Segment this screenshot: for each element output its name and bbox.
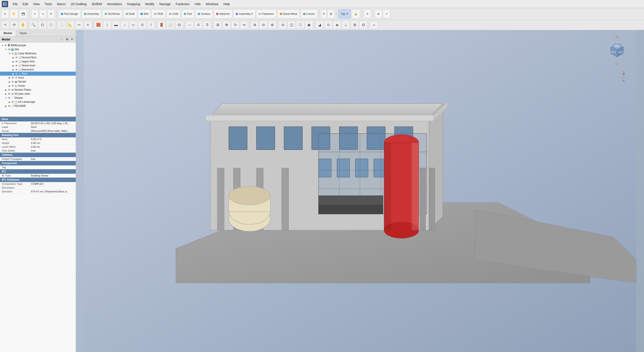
snap-btn[interactable]: ⊕ [375, 9, 382, 18]
section-btn[interactable]: ⊘ [279, 21, 287, 29]
refresh-btn[interactable]: ⟳ [48, 9, 54, 18]
measure-btn[interactable]: 📐 [66, 21, 74, 29]
stair-btn[interactable]: ≣ [138, 21, 146, 29]
extra-tools-btn[interactable]: » [370, 21, 378, 29]
prop-section-component[interactable]: Component [0, 161, 76, 165]
tree-visibility-icon[interactable]: 👁 [11, 84, 14, 87]
prop-value[interactable]: 0.00 m^2 [31, 138, 74, 141]
3dview-btn[interactable]: ⬡ [296, 21, 304, 29]
menu-item-file[interactable]: File [10, 1, 20, 7]
tree-visibility-icon[interactable]: 👁 [15, 64, 18, 67]
menu-item-modify[interactable]: Modify [143, 1, 156, 7]
tree-item-readme[interactable]: ▶👁📝README [0, 104, 76, 108]
window-btn[interactable]: ⬜ [166, 21, 174, 29]
mirror-btn[interactable]: ⇔ [240, 21, 248, 29]
menu-item-fasteners[interactable]: Fasteners [174, 1, 192, 7]
tree-item-site[interactable]: ▼👁🌍Site [0, 47, 76, 51]
prop-section-children[interactable]: Children [0, 153, 76, 157]
3d-viewport[interactable]: TOP RIGHT FRONT [76, 30, 644, 352]
roof-btn[interactable]: ⌂ [121, 21, 129, 29]
prop-section-base[interactable]: Base [0, 117, 76, 121]
tree-item-terrain[interactable]: ▶👁▧Terrain [0, 80, 76, 84]
wb-btn-surface[interactable]: Surface [195, 9, 212, 18]
open-btn[interactable]: 📂 [10, 9, 18, 18]
prop-section-ifc-attributes[interactable]: IFC Attributes [0, 178, 76, 182]
text-btn[interactable]: A [194, 21, 202, 29]
nav-cube-svg[interactable]: TOP RIGHT FRONT [605, 41, 630, 61]
snap-center-btn[interactable]: ⊙ [324, 21, 332, 29]
menu-item-view[interactable]: View [31, 1, 42, 7]
intersect-btn[interactable]: ⊗ [268, 21, 276, 29]
prop-value[interactable] [31, 186, 74, 189]
pipe-btn[interactable]: ⊏ [130, 21, 138, 29]
panel-icon-expand[interactable]: ⧉ [65, 37, 69, 41]
menu-item-windows[interactable]: Windows [203, 1, 221, 7]
door-btn[interactable]: 🚪 [158, 21, 166, 29]
tree-item-upper-floor[interactable]: ▶👁⬜Upper floor [0, 59, 76, 63]
wb-btn-techdraw[interactable]: TechDraw [102, 9, 122, 18]
tree-visibility-icon[interactable]: 👁 [15, 68, 18, 71]
wb-btn-curves[interactable]: Curves [301, 9, 317, 18]
ifc-export-btn[interactable]: ◉ [305, 21, 313, 29]
wb-btn-bim[interactable]: BIM [138, 9, 151, 18]
menu-item-3d-bim[interactable]: 3D/BIM [89, 1, 104, 7]
subtract-btn[interactable]: ⊖ [259, 21, 268, 29]
lock-btn[interactable]: 🔒 [352, 9, 360, 18]
panel-icon-square[interactable]: □ [60, 37, 64, 41]
tree-visibility-icon[interactable]: 👁 [15, 72, 18, 75]
wb-btn-assembly[interactable]: Assembly [82, 9, 101, 18]
prop-section-ifc[interactable]: IFC [0, 169, 76, 174]
array-btn[interactable]: ⊞ [214, 21, 222, 29]
prop-value[interactable]: true [31, 149, 74, 152]
menu-item-tools[interactable]: Tools [42, 1, 54, 7]
crosshair-btn[interactable]: ✛ [364, 9, 371, 18]
prop-value[interactable]: 674.97 cm (.Placement.Base.z) [31, 190, 74, 193]
tree-visibility-icon[interactable]: 👁 [11, 80, 14, 83]
prop-value[interactable]: true [31, 158, 74, 160]
plan-btn[interactable]: ◫ [288, 21, 296, 29]
prop-value[interactable]: Roof [31, 126, 74, 128]
tree-visibility-icon[interactable]: 👁 [15, 56, 18, 59]
wb-btn-fasteners[interactable]: Fasteners [256, 9, 276, 18]
undo-btn[interactable]: ↩ [31, 9, 38, 18]
zoom-in-btn[interactable]: 🔍 [30, 21, 38, 29]
column-btn[interactable]: | [103, 21, 111, 29]
stext-btn[interactable]: S [203, 21, 211, 29]
tree-visibility-icon[interactable]: 👁 [8, 104, 11, 107]
menu-item-manage[interactable]: Manage [157, 1, 173, 7]
wb-btn-draft[interactable]: Draft [123, 9, 137, 18]
snap2-btn[interactable]: ↗ [383, 9, 390, 18]
menu-item-edit[interactable]: Edit [20, 1, 30, 7]
tree-item-basement[interactable]: ▶👁⬜Basement [0, 67, 76, 72]
zoom-fit-btn[interactable]: ⊡ [38, 21, 46, 29]
tree-item-bimexample[interactable]: ▼👁🏗BIMExample [0, 43, 76, 47]
wb-btn-sketcher[interactable]: Sketcher [214, 9, 232, 18]
navigation-cube[interactable]: TOP RIGHT FRONT [604, 34, 630, 66]
wb-btn-sheet-metal[interactable]: Sheet Metal [277, 9, 300, 18]
wb-btn-cam[interactable]: CAM [166, 9, 181, 18]
rebar-btn[interactable]: ⌇ [147, 21, 155, 29]
tree-visibility-icon[interactable]: 👁 [8, 88, 11, 91]
prop-value[interactable]: [(0.00 0.00 1.00); 0.00 deg; (-26... [31, 122, 74, 125]
tree-item-ground-floor[interactable]: ▶👁⬜Ground floor [0, 55, 76, 59]
prop-value[interactable]: 0.00 cm [31, 142, 74, 144]
prop-value[interactable]: 0.00 cm [31, 145, 74, 148]
menu-item-snapping[interactable]: Snapping [125, 1, 142, 7]
wb-btn-assembly4[interactable]: Assembly 4 [233, 9, 255, 18]
menu-item-help[interactable]: Help [221, 1, 232, 7]
view-top-btn[interactable]: Top ▼ [338, 9, 351, 18]
tree-item-casa[interactable]: ▼👁🏠Casa Martirana [0, 51, 76, 55]
snap-perp-btn[interactable]: ⊥ [342, 21, 350, 29]
tree-item-areas[interactable]: ▶👁◱Areas [0, 84, 76, 88]
union-btn[interactable]: ⊕ [250, 21, 259, 29]
grid-btn[interactable]: ⊞ [328, 9, 334, 18]
toggle-tree-btn[interactable]: ≡ [84, 21, 92, 29]
tree-visibility-icon[interactable]: 👁 [11, 52, 14, 55]
prop-value[interactable]: Building Storey [31, 174, 74, 177]
pan-btn[interactable]: ✋ [19, 21, 27, 29]
std-views-btn[interactable]: ⬡ [47, 21, 55, 29]
clip-btn[interactable]: ✂ [75, 21, 83, 29]
tab-model[interactable]: Model [0, 30, 16, 36]
wb-btn-part-design[interactable]: Part Design [58, 9, 81, 18]
tab-tasks[interactable]: Tasks [16, 30, 31, 36]
